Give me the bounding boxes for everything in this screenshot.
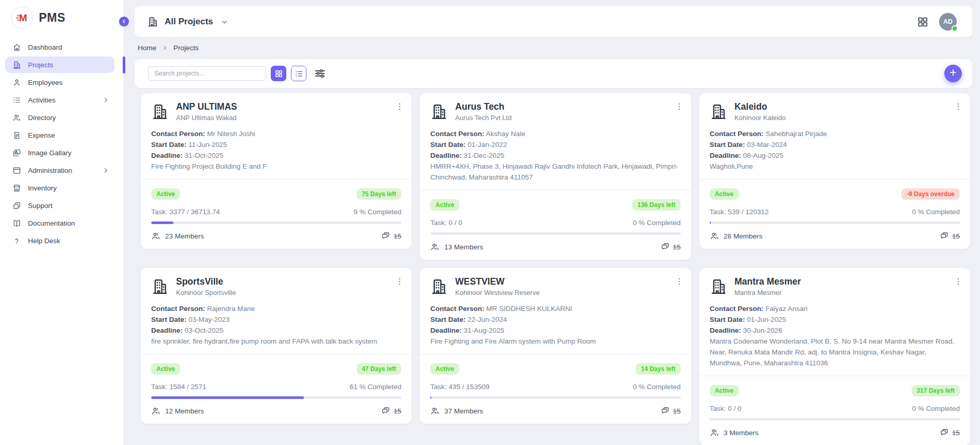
project-card[interactable]: ANP ULTIMAS ANP Ultimas Wakad Contact Pe… (141, 93, 412, 249)
card-divider (420, 190, 691, 190)
completed-percent: 61 % Completed (350, 383, 402, 391)
sidebar-item-label: Support (28, 202, 52, 210)
chat-indicator[interactable]: 15 (381, 406, 401, 416)
sidebar-item-expense[interactable]: Expense (5, 127, 114, 143)
chevron-left-icon (121, 19, 127, 24)
kebab-menu-icon[interactable] (395, 102, 404, 111)
copy-icon (12, 201, 21, 210)
project-card[interactable]: Kaleido Kohinoor Kaleido Contact Person:… (699, 93, 970, 249)
chat-indicator[interactable]: 15 (661, 406, 681, 416)
members-count: 3 Members (724, 429, 759, 437)
contact-person-value: Rajendra Mane (207, 305, 255, 313)
start-date-value: 03-May-2023 (188, 316, 230, 323)
kebab-menu-icon[interactable] (395, 277, 404, 286)
chat-indicator[interactable]: 15 (381, 231, 401, 241)
members-count: 13 Members (444, 243, 483, 251)
project-details: Contact Person: MR SIDDHESH KULKARNI Sta… (430, 303, 680, 347)
project-details: Contact Person: Faiyaz Ansari Start Date… (710, 303, 960, 368)
kebab-menu-icon[interactable] (675, 102, 684, 111)
chat-indicator[interactable]: 15 (940, 428, 960, 437)
start-date-row: Start Date: 03-Mar-2024 (710, 139, 960, 150)
help-icon (12, 236, 21, 245)
building-icon (151, 103, 169, 121)
deadline-value: 03-Oct-2025 (185, 327, 224, 334)
status-badge: Active (710, 385, 739, 396)
list-view-icon (295, 69, 303, 78)
building-icon (147, 16, 158, 27)
add-project-button[interactable]: + (944, 65, 962, 82)
avatar[interactable]: AD (939, 13, 957, 31)
project-name: SportsVille (176, 276, 236, 287)
deadline-value: 31-Oct-2025 (185, 152, 224, 159)
list-view-button[interactable] (291, 66, 306, 81)
project-description: Fire Fighting Project Building E and F (151, 161, 401, 172)
start-date-value: 01-Jan-2022 (467, 141, 507, 149)
project-description: HMRR+4XH, Phase 3, Hinjawadi Rajiv Gandh… (430, 161, 680, 183)
project-details: Contact Person: Sahebhajrat Pirjade Star… (710, 128, 960, 172)
sidebar-item-employees[interactable]: Employees (5, 74, 114, 91)
home-icon (12, 43, 21, 52)
sidebar-item-directory[interactable]: Directory (5, 109, 114, 126)
sidebar-item-administration[interactable]: Administration (5, 162, 114, 179)
chat-count: 15 (673, 243, 681, 251)
chat-indicator[interactable]: 15 (940, 231, 960, 241)
members-count: 23 Members (165, 232, 204, 240)
members-icon (151, 231, 160, 241)
project-card[interactable]: Aurus Tech Aurus Tech Pvt Ltd Contact Pe… (420, 93, 691, 260)
project-description: Mantra Codename Wonderland, Plot B, S. N… (710, 336, 960, 368)
sidebar-item-label: Activities (28, 96, 55, 104)
completed-percent: 9 % Completed (354, 208, 401, 216)
app-root: M PMS Dashboard Projects Employees Activ… (0, 0, 980, 445)
kebab-menu-icon[interactable] (954, 277, 963, 286)
project-card[interactable]: WESTVIEW Kohinoor Westview Reserve Conta… (420, 268, 691, 424)
project-scope-dropdown[interactable]: All Projects (147, 16, 228, 27)
chat-icon (661, 242, 670, 251)
card-divider (699, 179, 970, 180)
sidebar-item-support[interactable]: Support (5, 197, 114, 214)
deadline-row: Deadline: 30-Jun-2026 (710, 325, 960, 336)
project-card[interactable]: SportsVille Kohinoor Sportsville Contact… (141, 268, 412, 424)
sidebar-item-help-desk[interactable]: Help Desk (5, 232, 114, 249)
person-icon (12, 78, 21, 87)
sidebar-item-documentation[interactable]: Documentation (5, 215, 114, 231)
start-date-row: Start Date: 01-Jun-2025 (710, 314, 960, 325)
sidebar-collapse-button[interactable] (119, 17, 129, 26)
project-card[interactable]: Mantra Mesmer Mantra Mesmer Contact Pers… (699, 268, 970, 445)
sidebar-item-label: Inventory (28, 184, 57, 192)
sidebar-item-image-gallary[interactable]: Image Gallary (5, 144, 114, 161)
kebab-menu-icon[interactable] (954, 102, 963, 111)
deadline-row: Deadline: 03-Oct-2025 (151, 325, 401, 336)
sidebar-item-inventory[interactable]: Inventory (5, 180, 114, 196)
chevron-right-icon (103, 167, 109, 174)
project-subtitle: Kohinoor Westview Reserve (455, 289, 539, 296)
project-subtitle: Aurus Tech Pvt Ltd (455, 114, 511, 122)
deadline-label: Deadline: (710, 152, 741, 159)
project-details: Contact Person: Rajendra Mane Start Date… (151, 303, 401, 347)
apps-grid-icon[interactable] (917, 16, 929, 28)
progress-bar (710, 221, 960, 224)
sidebar-item-activities[interactable]: Activities (5, 92, 114, 108)
people-icon (12, 113, 21, 122)
task-count: Task: 435 / 153509 (430, 383, 489, 391)
search-input[interactable] (148, 66, 266, 81)
start-date-label: Start Date: (430, 316, 465, 323)
card-divider (141, 179, 412, 180)
start-date-row: Start Date: 01-Jan-2022 (430, 139, 680, 150)
sidebar-item-dashboard[interactable]: Dashboard (5, 39, 114, 55)
start-date-label: Start Date: (430, 141, 465, 149)
deadline-label: Deadline: (430, 327, 462, 334)
grid-view-button[interactable] (271, 66, 286, 81)
chat-indicator[interactable]: 15 (661, 242, 681, 251)
members-icon (430, 242, 440, 251)
filter-icon[interactable] (314, 67, 326, 80)
deadline-value: 31-Dec-2025 (464, 152, 504, 159)
completed-percent: 0 % Completed (633, 383, 680, 391)
chat-count: 15 (673, 407, 681, 415)
kebab-menu-icon[interactable] (675, 277, 684, 286)
header-actions: AD (917, 13, 957, 31)
breadcrumb-home[interactable]: Home (138, 44, 156, 52)
project-description: fire sprinkler, fire hydrant,fire pump r… (151, 336, 401, 347)
sidebar-item-projects[interactable]: Projects (5, 56, 114, 73)
contact-person-label: Contact Person: (710, 305, 764, 313)
project-subtitle: Kohinoor Kaleido (735, 114, 786, 122)
